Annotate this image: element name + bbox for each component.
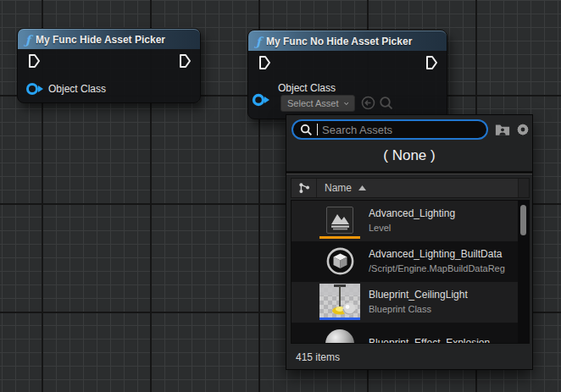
column-name-header[interactable]: Name <box>317 179 518 197</box>
function-icon: ƒ <box>25 34 31 46</box>
select-asset-dropdown[interactable]: Select Asset <box>280 95 355 112</box>
scrollbar-track[interactable] <box>518 201 529 343</box>
asset-view-folder-icon[interactable] <box>495 122 510 137</box>
asset-subtitle: Level <box>369 222 529 235</box>
name-column-label: Name <box>325 182 352 194</box>
explosion-thumbnail-image <box>325 329 354 344</box>
object-class-pin-label: Object Class <box>278 82 336 94</box>
divider <box>286 171 532 174</box>
node-my-func-no-hide-asset-picker[interactable]: ƒ My Func No Hide Asset Picker Object Cl… <box>247 30 447 119</box>
asset-row-advanced-lighting-builtdata[interactable]: Advanced_Lighting_BuiltData /Script/Engi… <box>292 241 529 282</box>
blueprint-graph-canvas[interactable]: ƒ My Func Hide Asset Picker Object Class… <box>0 0 561 392</box>
asset-name: Blueprint_Effect_Explosion <box>369 337 529 345</box>
function-icon: ƒ <box>256 36 261 47</box>
asset-name: Advanced_Lighting <box>369 207 529 220</box>
data-asset-thumbnail-icon <box>325 246 356 277</box>
asset-name: Advanced_Lighting_BuiltData <box>369 248 529 261</box>
asset-row-blueprint-ceilinglight[interactable]: Blueprint_CeilingLight Blueprint Class <box>292 282 529 323</box>
asset-list-header: Name <box>291 178 530 198</box>
item-count-label: 415 items <box>286 344 532 371</box>
hierarchy-icon <box>298 182 310 194</box>
object-class-pin-label: Object Class <box>48 83 106 95</box>
node-title: My Func No Hide Asset Picker <box>266 36 412 47</box>
node-my-func-hide-asset-picker[interactable]: ƒ My Func Hide Asset Picker Object Class <box>17 28 201 103</box>
object-class-pin-icon[interactable] <box>25 82 45 96</box>
sort-ascending-icon <box>358 185 366 190</box>
exec-output-pin-icon[interactable] <box>179 53 192 69</box>
node-title: My Func Hide Asset Picker <box>36 34 165 46</box>
asset-picker-popup: ( None ) Name <box>286 114 533 370</box>
asset-search-box[interactable] <box>292 119 488 140</box>
chevron-down-icon <box>344 101 348 107</box>
text-cursor <box>317 124 318 135</box>
asset-subtitle: Blueprint Class <box>369 303 529 316</box>
node-header[interactable]: ƒ My Func No Hide Asset Picker <box>248 30 447 51</box>
browse-to-asset-icon[interactable] <box>379 96 393 110</box>
asset-thumbnail <box>319 202 360 240</box>
select-asset-label: Select Asset <box>287 98 339 108</box>
asset-name: Blueprint_CeilingLight <box>369 289 529 301</box>
exec-output-pin-icon[interactable] <box>425 55 438 70</box>
column-type-cell[interactable] <box>292 179 317 197</box>
object-class-pin-icon[interactable] <box>252 93 271 107</box>
level-thumbnail-icon <box>326 207 353 234</box>
asset-row-advanced-lighting[interactable]: Advanced_Lighting Level <box>292 201 529 241</box>
asset-subtitle: /Script/Engine.MapBuildDataReg <box>369 262 529 275</box>
asset-thumbnail <box>319 284 360 321</box>
search-assets-input[interactable] <box>322 124 480 136</box>
asset-row-blueprint-effect-explosion[interactable]: Blueprint_Effect_Explosion <box>292 323 529 344</box>
exec-input-pin-icon[interactable] <box>28 53 41 69</box>
none-option[interactable]: ( None ) <box>286 143 532 168</box>
settings-gear-icon[interactable] <box>515 122 530 137</box>
asset-thumbnail <box>319 324 360 344</box>
asset-type-color-bar <box>319 317 360 320</box>
use-selected-asset-icon[interactable] <box>361 96 375 110</box>
asset-list: Advanced_Lighting Level Advanced_Li <box>291 200 530 344</box>
exec-input-pin-icon[interactable] <box>258 55 271 70</box>
scroll-corner <box>518 179 529 197</box>
ceiling-light-thumbnail-image <box>319 284 360 317</box>
search-row <box>286 115 532 143</box>
search-icon <box>300 124 313 136</box>
asset-type-color-bar <box>319 236 360 239</box>
asset-thumbnail <box>319 243 360 280</box>
scrollbar-thumb[interactable] <box>520 205 526 235</box>
node-header[interactable]: ƒ My Func Hide Asset Picker <box>18 29 200 49</box>
